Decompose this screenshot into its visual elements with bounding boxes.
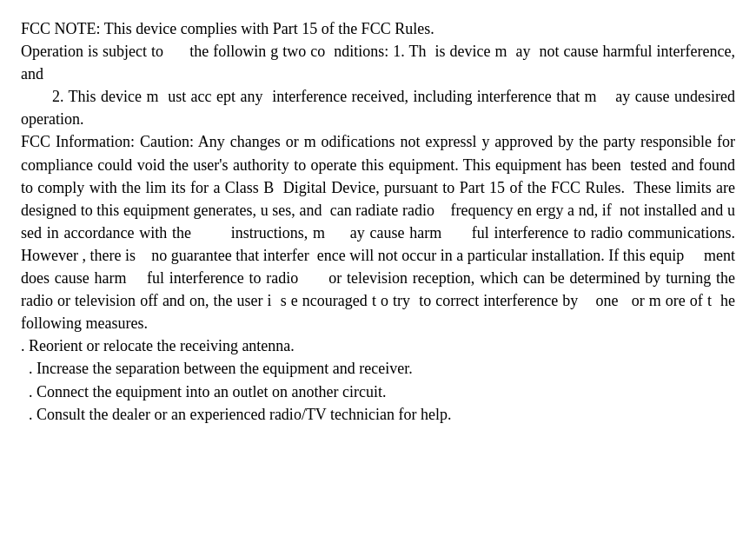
paragraph-fcc-information: FCC Information: Caution: Any changes or… [21, 130, 735, 334]
paragraph-increase-separation: . Increase the separation between the eq… [21, 357, 735, 380]
paragraph-consult-dealer: . Consult the dealer or an experienced r… [21, 403, 735, 426]
consult-dealer-text: . Consult the dealer or an experienced r… [21, 406, 451, 423]
operation-subject-text: Operation is subject to the followin g t… [21, 43, 735, 83]
document-content: FCC NOTE: This device complies with Part… [21, 17, 735, 426]
paragraph-connect-equipment: . Connect the equipment into an outlet o… [21, 381, 735, 403]
paragraph-device-must: 2. This device m ust acc ept any interfe… [21, 85, 735, 130]
connect-equipment-text: . Connect the equipment into an outlet o… [21, 383, 386, 400]
paragraph-operation-subject: Operation is subject to the followin g t… [21, 40, 735, 85]
paragraph-fcc-note: FCC NOTE: This device complies with Part… [21, 17, 735, 40]
increase-separation-text: . Increase the separation between the eq… [21, 360, 413, 377]
reorient-text: . Reorient or relocate the receiving ant… [21, 337, 295, 354]
fcc-information-text: FCC Information: Caution: Any changes or… [21, 133, 735, 332]
fcc-note-text: FCC NOTE: This device complies with Part… [21, 20, 434, 37]
paragraph-reorient: . Reorient or relocate the receiving ant… [21, 334, 735, 357]
device-must-text: 2. This device m ust acc ept any interfe… [21, 88, 735, 128]
